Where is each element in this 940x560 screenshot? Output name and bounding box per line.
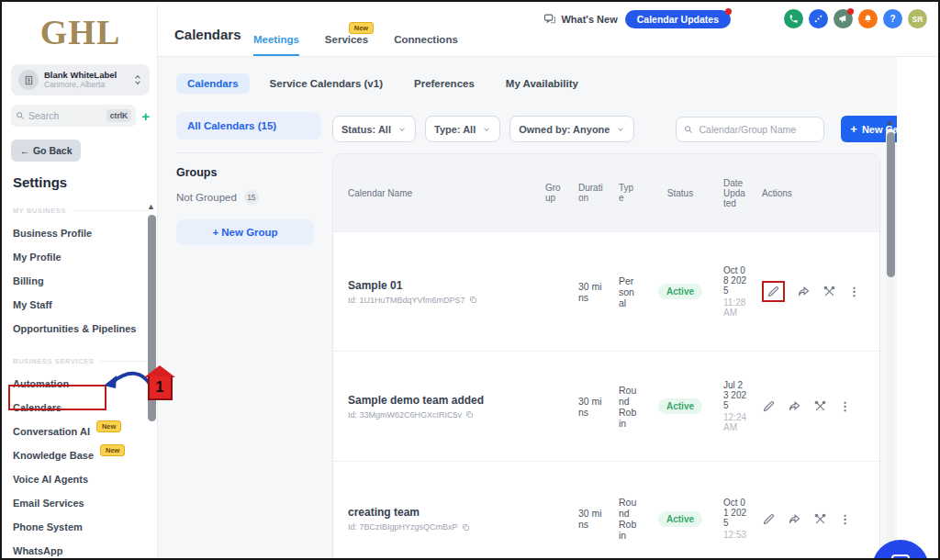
sidebar-item-whatsapp[interactable]: WhatsApp [4, 539, 157, 560]
subtab-service-calendars[interactable]: Service Calendars (v1) [259, 73, 394, 94]
share-icon[interactable] [788, 512, 801, 526]
calendars-table: Calendar Name Group Duration Type Status… [332, 153, 880, 560]
chevron-up-down-icon[interactable] [133, 74, 142, 85]
more-options-icon[interactable]: ⋮ [839, 512, 851, 526]
more-options-icon[interactable]: ⋮ [839, 399, 851, 413]
phone-icon[interactable] [784, 9, 803, 28]
sidebar-item-knowledge-base[interactable]: Knowledge Base New [4, 443, 157, 467]
main-content: Calendars Service Calendars (v1) Prefere… [158, 57, 897, 560]
chat-icon [891, 554, 910, 560]
more-options-icon[interactable]: ⋮ [848, 285, 860, 298]
edit-pencil-icon[interactable] [767, 285, 780, 298]
go-back-button[interactable]: ← Go Back [11, 140, 81, 162]
sidebar-item-my-profile[interactable]: My Profile [4, 245, 157, 269]
main-scrollbar[interactable] [887, 132, 895, 277]
calendar-name[interactable]: Sample 01 [348, 279, 531, 292]
edit-pencil-icon[interactable] [762, 512, 776, 526]
account-switcher[interactable]: Blank WhiteLabel Canmore, Alberta [11, 64, 150, 95]
tab-services[interactable]: Services New [325, 34, 368, 56]
col-status: Status [652, 188, 709, 198]
status-badge: Active [658, 511, 702, 527]
sidebar-scroll-up-icon[interactable]: ▲ [147, 202, 155, 211]
search-icon [16, 111, 25, 120]
sidebar: GHL Blank WhiteLabel Canmore, Alberta ct… [4, 4, 158, 558]
tab-connections[interactable]: Connections [394, 34, 458, 56]
copy-icon[interactable] [469, 296, 477, 304]
edit-pencil-icon[interactable] [762, 399, 776, 413]
whats-new-button[interactable]: What's New [543, 14, 617, 25]
section-label-business-services: BUSINESS SERVICES [13, 355, 148, 366]
quick-add-icon[interactable]: + [141, 109, 150, 123]
sidebar-menu-my-business: Business Profile My Profile Billing My S… [4, 221, 157, 341]
subtab-preferences[interactable]: Preferences [403, 73, 486, 94]
calendar-duration: 30 mins [578, 396, 604, 418]
affiliate-icon[interactable] [809, 9, 828, 28]
share-icon[interactable] [788, 399, 801, 413]
col-duration: Duration [578, 183, 604, 203]
subtabs: Calendars Service Calendars (v1) Prefere… [176, 73, 589, 94]
calendar-updates-button[interactable]: Calendar Updates [625, 10, 731, 28]
sidebar-item-phone-system[interactable]: Phone System [4, 515, 157, 539]
owned-by-filter-dropdown[interactable]: Owned by: Anyone [509, 116, 634, 142]
all-calendars-filter[interactable]: All Calendars (15) [176, 112, 321, 140]
sidebar-item-opportunities-pipelines[interactable]: Opportunities & Pipelines [4, 317, 157, 341]
subtab-my-availability[interactable]: My Availability [495, 73, 589, 94]
integrations-tools-icon[interactable] [813, 399, 827, 413]
time-updated: 11:28 AM [723, 297, 747, 318]
search-shortcut-badge: ctrlK [106, 109, 131, 122]
copy-icon[interactable] [465, 410, 474, 419]
calendar-type: Round Robin [619, 497, 637, 541]
divider [176, 152, 321, 153]
app-window: GHL Blank WhiteLabel Canmore, Alberta ct… [0, 0, 940, 560]
sidebar-search-input[interactable] [28, 110, 103, 121]
sidebar-scrollbar[interactable] [148, 215, 156, 421]
account-info: Blank WhiteLabel Canmore, Alberta [44, 71, 128, 90]
sidebar-item-business-profile[interactable]: Business Profile [4, 221, 157, 245]
new-group-button[interactable]: + New Group [176, 219, 314, 245]
calendar-name[interactable]: creating team [348, 506, 531, 519]
date-updated: Jul 23 2025 [723, 380, 747, 410]
not-grouped-filter[interactable]: Not Grouped 15 [176, 190, 321, 205]
notification-dot [847, 8, 854, 15]
status-badge: Active [658, 398, 702, 414]
account-location: Canmore, Alberta [44, 81, 128, 90]
sidebar-item-email-services[interactable]: Email Services [4, 491, 157, 515]
brand-logo: GHL [4, 4, 157, 61]
time-updated: 12:53 [723, 530, 747, 540]
announcement-icon[interactable] [834, 9, 853, 28]
calendar-search-input[interactable] [699, 124, 816, 135]
tab-meetings[interactable]: Meetings [253, 34, 299, 56]
sidebar-item-my-staff[interactable]: My Staff [4, 293, 157, 317]
date-updated: Oct 01 2025 [723, 498, 747, 528]
table-header-row: Calendar Name Group Duration Type Status… [333, 154, 879, 231]
new-badge: New [349, 22, 374, 34]
search-icon [684, 125, 693, 134]
avatar[interactable]: SR [908, 9, 927, 28]
sidebar-search-box[interactable]: ctrlK [11, 105, 136, 127]
table-row: Sample 01 Id: 1U1HuTMBdqYVfm6mDPS7 30 mi… [333, 231, 879, 351]
notification-bell-icon[interactable] [858, 9, 878, 28]
subtab-calendars[interactable]: Calendars [176, 73, 250, 94]
integrations-tools-icon[interactable] [822, 285, 836, 298]
sidebar-item-conversation-ai[interactable]: Conversation AI New [4, 420, 157, 443]
sidebar-item-billing[interactable]: Billing [4, 269, 157, 293]
status-badge: Active [658, 284, 702, 299]
sidebar-item-voice-ai-agents[interactable]: Voice AI Agents [4, 467, 157, 491]
share-icon[interactable] [797, 285, 811, 298]
time-updated: 12:24 AM [723, 412, 747, 432]
calendar-name[interactable]: Sample demo team added [348, 394, 531, 407]
date-updated: Oct 08 2025 [723, 265, 747, 296]
status-filter-dropdown[interactable]: Status: All [332, 116, 416, 142]
annotation-highlight-box [762, 281, 785, 302]
integrations-tools-icon[interactable] [813, 512, 827, 526]
help-icon[interactable]: ? [883, 9, 902, 28]
calendar-search-box[interactable] [676, 117, 824, 142]
sidebar-item-automation[interactable]: Automation [4, 372, 157, 396]
main-scroll-up-icon[interactable]: ▲ [886, 118, 894, 127]
sidebar-menu-business-services: Automation Calendars Conversation AI New… [4, 372, 157, 560]
page-title: Calendars [174, 27, 241, 42]
type-filter-dropdown[interactable]: Type: All [425, 116, 500, 142]
col-actions: Actions [762, 188, 865, 198]
sidebar-item-calendars[interactable]: Calendars [4, 396, 157, 420]
copy-icon[interactable] [462, 523, 470, 532]
